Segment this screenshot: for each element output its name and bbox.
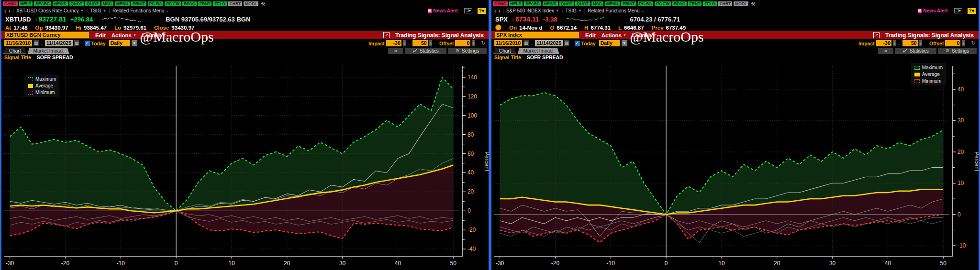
actions-menu[interactable]: Actions▼ — [601, 32, 626, 38]
function-selector[interactable]: TSIG▼ — [90, 8, 106, 13]
toolbar-button-print[interactable]: PRINT — [131, 1, 146, 7]
stepper-icon[interactable]: ± — [962, 40, 965, 46]
back-button[interactable]: ‹ — [494, 8, 496, 14]
stepper-icon[interactable]: ± — [472, 40, 475, 46]
calendar-icon[interactable]: ▦ — [74, 40, 79, 46]
export-icon[interactable]: ↗ — [383, 32, 390, 38]
calendar-icon[interactable]: ▦ — [564, 40, 569, 46]
calendar-icon[interactable]: ▦ — [33, 40, 39, 46]
refresh-icon[interactable]: ↻ — [481, 40, 486, 46]
toolbar-button-canc[interactable]: CANC — [493, 1, 508, 7]
toolbar-button-modl[interactable]: MODL — [734, 1, 748, 7]
forward-button[interactable]: › — [9, 8, 11, 14]
toolbar-button-news[interactable]: NEWS — [53, 1, 68, 7]
related-functions-menu[interactable]: Related Functions Menu⌄ — [112, 8, 169, 13]
actions-menu[interactable]: Actions▼ — [111, 32, 136, 38]
statistics-button[interactable]: Statistics — [894, 48, 936, 54]
offset-input[interactable]: 0 — [945, 40, 960, 46]
edit-button[interactable]: Edit — [95, 32, 106, 38]
calendar-icon[interactable]: ▦ — [523, 40, 529, 46]
back-button[interactable]: ‹ — [4, 8, 6, 14]
security-input[interactable]: SPX Index — [494, 32, 579, 39]
toolbar-button-msg[interactable]: MSG — [591, 1, 603, 7]
tab-chart[interactable]: Chart — [3, 48, 26, 54]
offset-input[interactable]: 0 — [455, 40, 470, 46]
watermark: @MacroOps — [630, 29, 703, 45]
toolbar-button-news[interactable]: NEWS — [543, 1, 558, 7]
stepper-icon[interactable]: ± — [893, 40, 896, 46]
toolbar-button-frnt[interactable]: FRNT — [688, 1, 702, 7]
stepper-icon[interactable]: ± — [403, 40, 406, 46]
news-alert-button[interactable]: ✉News Alert — [428, 8, 458, 13]
toolbar-button-pg-ba[interactable]: PG BA — [638, 1, 654, 7]
date-from-input[interactable]: 11/16/2010 — [4, 40, 32, 46]
toolbar-button-searc[interactable]: SEARC — [34, 1, 51, 7]
watermark: @MacroOps — [140, 29, 213, 45]
toolbar-button-pg-fw[interactable]: PG FW — [165, 1, 181, 7]
settings-button[interactable]: ⚙Settings — [937, 48, 977, 54]
toolbar-button-quot[interactable]: QUOT — [559, 1, 574, 7]
toolbar-button-fflo[interactable]: FFLO — [703, 1, 716, 7]
period-select[interactable]: Daily — [599, 40, 620, 46]
divider: | — [584, 8, 586, 13]
function-selector[interactable]: TSIG▼ — [565, 8, 581, 13]
collapse-button[interactable]: « — [878, 48, 893, 54]
statistics-button[interactable]: Statistics — [404, 48, 446, 54]
period-dropdown-icon[interactable]: ▼ — [622, 40, 627, 46]
toolbar-button-quot[interactable]: QUOT — [69, 1, 84, 7]
toolbar-button-modl[interactable]: MODL — [244, 1, 258, 7]
toolbar-button-bpac[interactable]: BPAC — [672, 1, 686, 7]
today-checkbox[interactable]: ✓ — [85, 41, 90, 46]
toolbar-button-bpac[interactable]: BPAC — [182, 1, 196, 7]
impact-to-input[interactable]: 50 — [902, 40, 918, 46]
tab-market-impact[interactable]: Market Impact — [27, 48, 69, 54]
toolbar-button-quot[interactable]: QUOT — [85, 1, 100, 7]
security-selector[interactable]: XBT-USD Cross Rate Curncy▼ — [16, 8, 84, 13]
forward-button[interactable]: › — [499, 8, 501, 14]
toolbar-button-chrt[interactable]: CHRT — [718, 1, 733, 7]
gear-icon: ⚙ — [946, 48, 949, 54]
stepper-icon[interactable]: ± — [429, 40, 432, 46]
window-menu-icon[interactable]: ❏▾ — [954, 8, 962, 13]
impact-from-input[interactable]: -30 — [386, 40, 401, 46]
tab-market-impact[interactable]: Market Impact — [517, 48, 559, 54]
refresh-icon[interactable]: ↻ — [971, 40, 976, 46]
toolbar-button-canc[interactable]: CANC — [3, 1, 18, 7]
toolbar-button-quot[interactable]: QUOT — [575, 1, 590, 7]
help-button[interactable]: ?▾ — [968, 8, 976, 14]
toolbar-button-pg-fw[interactable]: PG FW — [655, 1, 671, 7]
wrench-icon[interactable]: ⚒ — [261, 1, 265, 7]
period-select[interactable]: Daily — [109, 40, 130, 46]
period-dropdown-icon[interactable]: ▼ — [132, 40, 137, 46]
help-button[interactable]: ?▾ — [478, 8, 486, 14]
security-selector[interactable]: S&P 500 INDEX Index▼ — [506, 8, 559, 13]
toolbar-button-menu[interactable]: MENU — [605, 1, 620, 7]
security-input[interactable]: XBTUSD BGN Curncy — [4, 32, 89, 39]
edit-button[interactable]: Edit — [585, 32, 596, 38]
window-menu-icon[interactable]: ❏▾ — [464, 8, 472, 13]
stepper-icon[interactable]: ± — [919, 40, 922, 46]
toolbar-button-help[interactable]: HELP — [19, 1, 33, 7]
date-to-input[interactable]: 11/14/2025 — [45, 40, 73, 46]
impact-from-input[interactable]: -30 — [876, 40, 891, 46]
wrench-icon[interactable]: ⚒ — [751, 1, 755, 7]
date-from-input[interactable]: 11/16/2010 — [494, 40, 522, 46]
related-functions-menu[interactable]: Related Functions Menu⌄ — [588, 8, 644, 13]
toolbar-button-msg[interactable]: MSG — [101, 1, 113, 7]
date-to-input[interactable]: 11/14/2025 — [535, 40, 563, 46]
collapse-button[interactable]: « — [388, 48, 403, 54]
impact-to-input[interactable]: 50 — [412, 40, 428, 46]
toolbar-button-help[interactable]: HELP — [509, 1, 523, 7]
toolbar-button-menu[interactable]: MENU — [115, 1, 130, 7]
export-icon[interactable]: ↗ — [873, 32, 880, 38]
toolbar-button-print[interactable]: PRINT — [621, 1, 636, 7]
tab-chart[interactable]: Chart — [493, 48, 516, 54]
settings-button[interactable]: ⚙Settings — [447, 48, 487, 54]
news-alert-button[interactable]: ✉News Alert — [918, 8, 948, 13]
today-checkbox[interactable]: ✓ — [575, 41, 580, 46]
toolbar-button-searc[interactable]: SEARC — [524, 1, 541, 7]
toolbar-button-pg-ba[interactable]: PG BA — [148, 1, 164, 7]
toolbar-button-fflo[interactable]: FFLO — [213, 1, 226, 7]
toolbar-button-chrt[interactable]: CHRT — [228, 1, 243, 7]
toolbar-button-frnt[interactable]: FRNT — [198, 1, 212, 7]
